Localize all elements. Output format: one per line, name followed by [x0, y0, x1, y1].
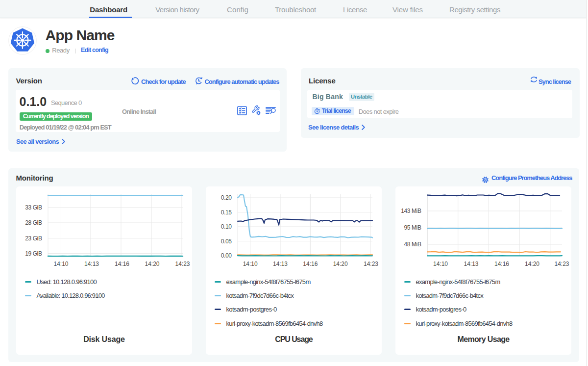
- svg-text:28 GiB: 28 GiB: [25, 219, 42, 226]
- svg-text:14:10: 14:10: [53, 261, 68, 267]
- svg-text:19 GiB: 19 GiB: [25, 250, 42, 257]
- svg-text:14:20: 14:20: [525, 261, 539, 267]
- svg-text:14:10: 14:10: [243, 261, 258, 267]
- svg-text:0.00: 0.00: [221, 252, 232, 259]
- svg-text:23 GiB: 23 GiB: [25, 235, 42, 242]
- svg-text:14:20: 14:20: [333, 261, 348, 267]
- svg-text:14:16: 14:16: [494, 261, 509, 267]
- svg-text:14:23: 14:23: [175, 261, 190, 267]
- svg-text:0.20: 0.20: [221, 194, 232, 201]
- svg-text:14:10: 14:10: [433, 261, 448, 267]
- svg-text:48 MiB: 48 MiB: [404, 241, 421, 248]
- svg-text:14:16: 14:16: [115, 261, 129, 267]
- svg-text:0.10: 0.10: [221, 223, 232, 230]
- svg-text:14:16: 14:16: [303, 261, 318, 267]
- svg-text:14:13: 14:13: [84, 261, 99, 267]
- svg-text:0.15: 0.15: [221, 209, 232, 216]
- svg-text:33 GiB: 33 GiB: [25, 204, 42, 211]
- svg-text:14:13: 14:13: [464, 261, 478, 267]
- svg-text:14:23: 14:23: [554, 261, 569, 267]
- svg-text:14:13: 14:13: [273, 261, 288, 267]
- svg-text:95 MiB: 95 MiB: [404, 224, 421, 231]
- svg-text:14:23: 14:23: [364, 261, 378, 267]
- svg-text:0.05: 0.05: [221, 238, 232, 245]
- svg-text:14:20: 14:20: [145, 261, 159, 267]
- svg-text:143 MiB: 143 MiB: [401, 208, 421, 214]
